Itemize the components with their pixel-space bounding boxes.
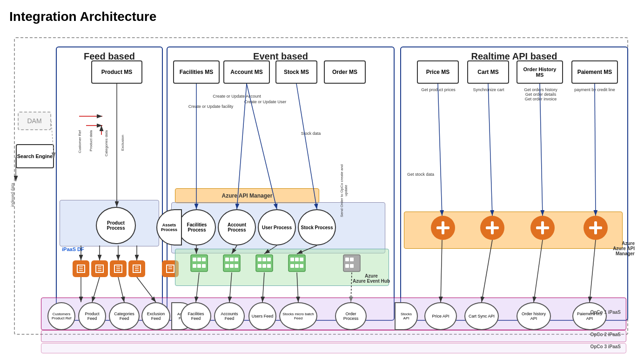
customers-product-ref-feed: Customers Product Ref xyxy=(47,302,75,330)
feed-based-section: Feed based xyxy=(56,46,163,321)
green-icon-accounts xyxy=(222,254,241,274)
exclusion-label: Exclusion xyxy=(115,135,129,152)
svg-rect-35 xyxy=(262,258,266,261)
svg-rect-36 xyxy=(267,258,271,261)
opco1-label: OpCo 1 iPaaS xyxy=(590,310,621,315)
create-update-facility-label: Create or Update facility xyxy=(181,104,241,109)
users-feed: Users Feed xyxy=(248,302,276,330)
stocks-microbatch-feed: Stocks micro batch Feed xyxy=(279,302,317,330)
facilities-ms-box: Facilities MS xyxy=(173,60,220,84)
svg-rect-22 xyxy=(202,258,206,261)
svg-rect-21 xyxy=(197,258,201,261)
payment-credit-label: payment by credit line xyxy=(571,87,618,92)
svg-rect-45 xyxy=(295,264,299,268)
user-process-circle: User Process xyxy=(258,209,296,245)
svg-rect-37 xyxy=(258,264,262,268)
send-order-label: Send Order to OpCo create and update xyxy=(340,163,348,219)
svg-rect-33 xyxy=(256,255,273,272)
svg-rect-51 xyxy=(350,264,354,268)
azure-event-hub-label: AzureAzure Event Hub xyxy=(353,273,390,284)
orange-icon-1 xyxy=(73,260,89,277)
indexed-data-label: indexed data xyxy=(10,170,15,207)
ipaas-df-label: iPaaS DF xyxy=(62,246,84,252)
categories-data-label: Categories data xyxy=(98,130,114,157)
svg-rect-23 xyxy=(193,264,196,268)
svg-rect-31 xyxy=(230,264,234,268)
stock-data-label: Stock data xyxy=(297,131,325,136)
green-icon-stocks xyxy=(288,254,306,274)
cart-ms-box: Cart MS xyxy=(467,60,509,84)
get-stock-data-label: Get stock data xyxy=(402,172,439,177)
svg-rect-40 xyxy=(288,255,305,272)
svg-rect-24 xyxy=(197,264,201,268)
cross-icon-payment xyxy=(584,216,608,240)
stock-process-circle: Stock Process xyxy=(298,209,336,245)
svg-rect-42 xyxy=(295,258,299,261)
azure-api-manager-event: Azure API Manager xyxy=(175,188,319,203)
account-ms-box: Account MS xyxy=(223,60,270,84)
cross-icon-order-history xyxy=(530,216,555,240)
svg-rect-29 xyxy=(235,258,238,261)
svg-rect-19 xyxy=(191,255,208,272)
product-ms-box: Product MS xyxy=(91,60,142,84)
categories-feed: Categories Feed xyxy=(109,302,140,330)
cart-sync-api-feed: Cart Sync API xyxy=(464,302,499,330)
payment-ms-box: Paiement MS xyxy=(571,60,618,84)
price-ms-box: Price MS xyxy=(417,60,459,84)
azure-api-manager-realtime-label: AzureAzure API Manager xyxy=(605,241,635,256)
price-api-feed: Price API xyxy=(424,302,457,330)
stock-ms-box: Stock MS xyxy=(275,60,317,84)
svg-rect-27 xyxy=(225,258,229,261)
svg-rect-34 xyxy=(258,258,262,261)
cross-icon-cart xyxy=(480,216,504,240)
svg-rect-32 xyxy=(235,264,238,268)
get-product-prices-label: Get product prices xyxy=(419,87,458,92)
svg-rect-49 xyxy=(350,258,354,261)
opco2-label: OpCo 2 iPaaS xyxy=(590,332,621,337)
svg-rect-41 xyxy=(290,258,294,261)
svg-rect-48 xyxy=(345,258,349,261)
svg-rect-43 xyxy=(300,258,303,261)
svg-rect-44 xyxy=(290,264,294,268)
opco3-label: OpCo 3 iPaaS xyxy=(590,344,621,349)
green-icon-order xyxy=(342,254,361,274)
order-ms-box: Order MS xyxy=(324,60,366,84)
dam-box: DAM xyxy=(18,112,51,130)
svg-rect-28 xyxy=(230,258,234,261)
product-feed: Product Feed xyxy=(78,302,106,330)
svg-rect-47 xyxy=(343,255,360,272)
facilities-feed: Facilities Feed xyxy=(181,302,211,330)
opco2-area xyxy=(41,330,626,342)
create-update-user-label: Create or Update User xyxy=(237,99,293,104)
order-process-feed: Order Process xyxy=(335,302,367,330)
svg-rect-25 xyxy=(202,264,206,268)
search-engine-box: Search Engine xyxy=(16,144,54,168)
svg-rect-20 xyxy=(193,258,196,261)
cross-icon-price xyxy=(431,216,455,240)
payment-ms-api-feed: Paiement MS API xyxy=(572,302,607,330)
svg-rect-46 xyxy=(300,264,303,268)
green-icon-users xyxy=(255,254,274,274)
svg-rect-30 xyxy=(225,264,229,268)
svg-rect-38 xyxy=(262,264,266,268)
product-data-label: Product data xyxy=(84,130,98,152)
opco3-area xyxy=(41,343,626,353)
green-icon-facilities xyxy=(190,254,208,274)
orange-icon-4 xyxy=(128,260,145,277)
create-update-account-label: Create or Update Account xyxy=(207,94,267,99)
exclusion-feed: Exclusion Feed xyxy=(141,302,170,330)
svg-rect-50 xyxy=(345,264,349,268)
facilities-process-circle: Facilities Process xyxy=(178,209,216,245)
account-process-circle: Account Process xyxy=(218,209,256,245)
accounts-feed: Accounts Feed xyxy=(214,302,245,330)
order-history-api-feed: Order history API xyxy=(517,302,551,330)
svg-rect-39 xyxy=(267,264,271,268)
orange-icon-3 xyxy=(110,260,127,277)
page-title: Integration Architecture xyxy=(9,9,635,24)
architecture-diagram: DAM Search Engine indexed data Feed base… xyxy=(9,33,635,358)
synchronize-cart-label: Synchronize cart xyxy=(469,87,508,92)
get-orders-history-label: Get orders history Get order details Get… xyxy=(517,87,564,101)
order-history-ms-box: Order History MS xyxy=(517,60,563,84)
svg-rect-26 xyxy=(223,255,240,272)
product-process-circle: Product Process xyxy=(96,207,136,244)
